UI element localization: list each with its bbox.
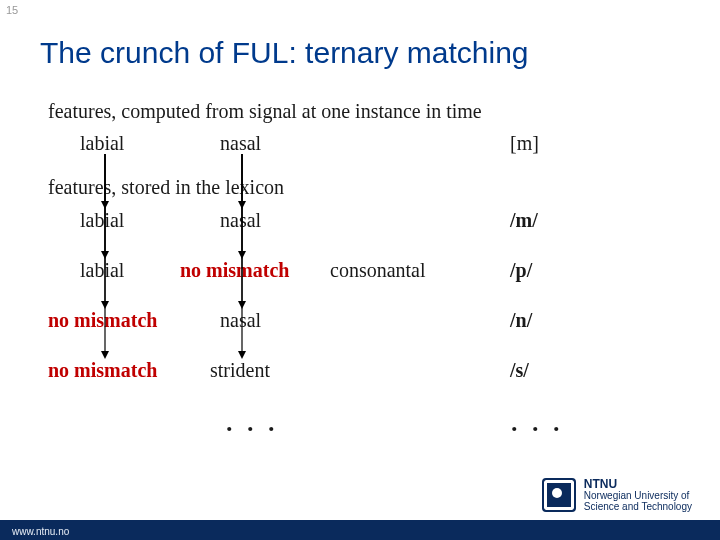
svg-marker-15 [238, 351, 246, 359]
text-features-lexicon: features, stored in the lexicon [48, 176, 284, 199]
lex-s-segment: /s/ [510, 359, 529, 382]
footer-url: www.ntnu.no [12, 526, 69, 537]
lex-m-segment: /m/ [510, 209, 538, 232]
logo-line3: Science and Technology [584, 501, 692, 512]
arrow-icon [100, 154, 110, 359]
signal-feature-labial: labial [80, 132, 124, 155]
lex-s-feature2: strident [210, 359, 270, 382]
lex-p-no-mismatch: no mismatch [180, 259, 289, 282]
text-features-signal: features, computed from signal at one in… [48, 100, 482, 123]
signal-output-m: [m] [510, 132, 539, 155]
footer-bar: www.ntnu.no [0, 520, 720, 540]
ntnu-logo-text: NTNU Norwegian University of Science and… [584, 479, 692, 512]
svg-marker-7 [101, 351, 109, 359]
lex-s-no-mismatch: no mismatch [48, 359, 157, 382]
page-number: 15 [6, 4, 18, 16]
arrow-icon [237, 154, 247, 359]
lex-n-segment: /n/ [510, 309, 532, 332]
ntnu-logo-icon [542, 478, 576, 512]
logo-line2: Norwegian University of [584, 490, 692, 501]
logo-acronym: NTNU [584, 479, 692, 490]
ntnu-logo: NTNU Norwegian University of Science and… [542, 478, 692, 512]
lex-p-consonantal: consonantal [330, 259, 426, 282]
signal-feature-nasal: nasal [220, 132, 261, 155]
slide-title: The crunch of FUL: ternary matching [40, 36, 700, 70]
lex-p-segment: /p/ [510, 259, 532, 282]
